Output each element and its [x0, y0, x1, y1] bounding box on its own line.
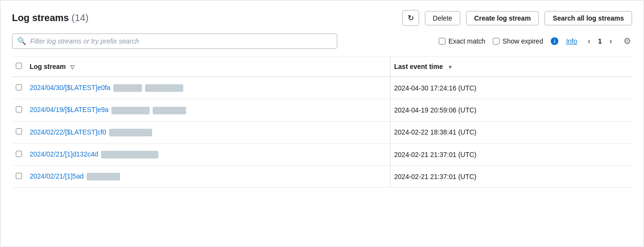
- exact-match-checkbox[interactable]: [439, 38, 445, 45]
- row-checkbox[interactable]: [16, 128, 22, 135]
- stream-link[interactable]: 2024/04/19/[$LATEST]e9a: [30, 106, 109, 113]
- stream-cell: 2024/04/30/[$LATEST]e0fa: [26, 77, 390, 99]
- select-all-header[interactable]: [12, 57, 26, 77]
- page-number: 1: [596, 37, 604, 45]
- create-label: Create log stream: [474, 14, 531, 22]
- table-row: 2024/04/30/[$LATEST]e0fa 2024-04-30 17:2…: [12, 77, 632, 99]
- search-input[interactable]: [30, 37, 332, 45]
- next-page-button[interactable]: ›: [607, 36, 615, 46]
- redacted-bar: [113, 84, 142, 92]
- row-checkbox-cell[interactable]: [12, 143, 26, 165]
- redacted-bar: [145, 84, 183, 92]
- row-checkbox-cell[interactable]: [12, 77, 26, 99]
- event-time-cell: 2024-02-22 18:38:41 (UTC): [390, 121, 632, 143]
- search-all-label: Search all log streams: [553, 14, 624, 22]
- search-box[interactable]: 🔍: [12, 34, 337, 49]
- settings-icon: ⚙: [623, 36, 631, 46]
- create-log-stream-button[interactable]: Create log stream: [466, 11, 539, 25]
- redacted-bar: [111, 107, 150, 114]
- log-streams-table: Log stream ▽ Last event time ▼ 2024/04/3…: [12, 56, 632, 188]
- info-link[interactable]: Info: [566, 37, 577, 45]
- row-checkbox-cell[interactable]: [12, 121, 26, 143]
- row-checkbox[interactable]: [16, 173, 22, 179]
- refresh-button[interactable]: ↻: [402, 10, 419, 26]
- row-checkbox[interactable]: [16, 106, 22, 112]
- stream-col-header[interactable]: Log stream ▽: [26, 57, 390, 77]
- event-time-cell: 2024-04-19 20:59:06 (UTC): [390, 99, 632, 121]
- redacted-bar: [101, 151, 158, 158]
- search-all-log-streams-button[interactable]: Search all log streams: [544, 11, 632, 25]
- show-expired-text: Show expired: [502, 37, 543, 45]
- table-row: 2024/04/19/[$LATEST]e9a 2024-04-19 20:59…: [12, 99, 632, 121]
- delete-label: Delete: [433, 14, 452, 22]
- stream-cell: 2024/02/21/[1]d132c4d: [26, 143, 390, 165]
- prev-page-button[interactable]: ‹: [585, 36, 593, 46]
- event-time-cell: 2024-02-21 21:37:01 (UTC): [390, 143, 632, 165]
- stream-count: (14): [72, 12, 89, 23]
- stream-sort-icon[interactable]: ▽: [70, 64, 74, 70]
- stream-link[interactable]: 2024/02/21/[1]d132c4d: [30, 150, 98, 158]
- row-checkbox[interactable]: [16, 151, 22, 157]
- exact-match-text: Exact match: [448, 37, 485, 45]
- select-all-checkbox[interactable]: [16, 63, 22, 69]
- row-checkbox[interactable]: [16, 84, 22, 90]
- show-expired-checkbox[interactable]: [493, 38, 500, 45]
- redacted-bar: [109, 129, 152, 136]
- settings-button[interactable]: ⚙: [622, 35, 632, 47]
- pagination: ‹ 1 ›: [585, 36, 615, 46]
- table-row: 2024/02/22/[$LATEST]cf0 2024-02-22 18:38…: [12, 121, 632, 143]
- stream-cell: 2024/02/22/[$LATEST]cf0: [26, 121, 390, 143]
- stream-link[interactable]: 2024/04/30/[$LATEST]e0fa: [30, 84, 111, 91]
- event-time-cell: 2024-02-21 21:37:01 (UTC): [390, 166, 632, 188]
- show-expired-label[interactable]: Show expired: [493, 37, 543, 45]
- page-title: Log streams (14): [12, 12, 89, 23]
- table-row: 2024/02/21/[1]5ad 2024-02-21 21:37:01 (U…: [12, 166, 632, 188]
- stream-link[interactable]: 2024/02/21/[1]5ad: [30, 172, 84, 180]
- exact-match-label[interactable]: Exact match: [439, 37, 485, 45]
- search-icon: 🔍: [17, 37, 26, 45]
- stream-cell: 2024/04/19/[$LATEST]e9a: [26, 99, 390, 121]
- refresh-icon: ↻: [408, 13, 414, 22]
- redacted-bar: [153, 107, 186, 114]
- info-icon[interactable]: i: [551, 37, 558, 45]
- row-checkbox-cell[interactable]: [12, 166, 26, 188]
- delete-button[interactable]: Delete: [425, 11, 460, 25]
- stream-link[interactable]: 2024/02/22/[$LATEST]cf0: [30, 128, 106, 136]
- redacted-bar: [87, 173, 120, 180]
- event-time-cell: 2024-04-30 17:24:16 (UTC): [390, 77, 632, 99]
- event-sort-icon[interactable]: ▼: [448, 64, 453, 70]
- event-col-header[interactable]: Last event time ▼: [390, 57, 632, 77]
- stream-cell: 2024/02/21/[1]5ad: [26, 166, 390, 188]
- row-checkbox-cell[interactable]: [12, 99, 26, 121]
- table-row: 2024/02/21/[1]d132c4d 2024-02-21 21:37:0…: [12, 143, 632, 165]
